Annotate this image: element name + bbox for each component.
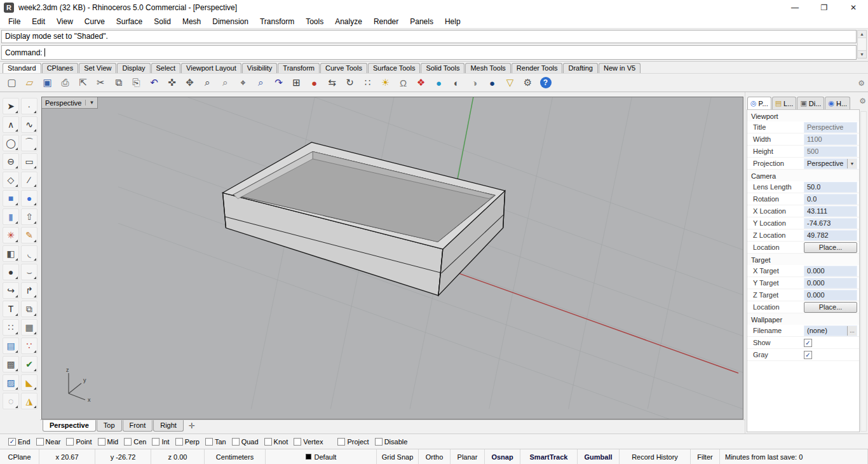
osnap-point[interactable]: Point bbox=[66, 438, 92, 446]
polar-array-tool-icon[interactable]: ✳ bbox=[3, 227, 19, 243]
paste-icon[interactable]: ⎘ bbox=[128, 75, 144, 91]
prop-value-lens-length[interactable]: 50.0 bbox=[804, 182, 857, 193]
cen-checkbox[interactable] bbox=[124, 438, 132, 446]
move-icon[interactable]: ✥ bbox=[182, 75, 198, 91]
perspective-viewport[interactable]: Perspective ▼ bbox=[41, 97, 743, 420]
status-planar[interactable]: Planar bbox=[451, 449, 485, 464]
toolbar-tab-solid-tools[interactable]: Solid Tools bbox=[421, 63, 465, 73]
toolbar-tab-visibility[interactable]: Visibility bbox=[242, 63, 278, 73]
text-tool-icon[interactable]: T bbox=[3, 301, 19, 317]
prop-value-x-target[interactable]: 0.000 bbox=[804, 266, 857, 276]
status-default[interactable]: Default bbox=[266, 449, 377, 464]
prop-value-z-location[interactable]: 49.782 bbox=[804, 230, 857, 241]
boolean-tool-icon[interactable]: ◧ bbox=[3, 245, 19, 262]
osnap-vertex[interactable]: Vertex bbox=[294, 438, 323, 446]
toolbar-tab-set-view[interactable]: Set View bbox=[79, 63, 116, 73]
single-point-tool-icon[interactable]: ∙ bbox=[21, 98, 37, 114]
lights-icon[interactable]: ☀ bbox=[377, 75, 393, 91]
panel-tab-display[interactable]: ▣Di... bbox=[797, 97, 824, 109]
polygon-tool-icon[interactable]: ◇ bbox=[3, 172, 19, 188]
cut-icon[interactable]: ✂ bbox=[93, 75, 109, 91]
viewport-tab-right[interactable]: Right bbox=[153, 420, 184, 432]
status-filter[interactable]: Filter bbox=[691, 449, 720, 464]
prop-value-rotation[interactable]: 0.0 bbox=[804, 194, 857, 205]
toolbar-tab-display[interactable]: Display bbox=[117, 63, 150, 73]
osnap-quad[interactable]: Quad bbox=[232, 438, 259, 446]
knot-checkbox[interactable] bbox=[264, 438, 272, 446]
menu-item-render[interactable]: Render bbox=[368, 16, 404, 27]
status-centimeters[interactable]: Centimeters bbox=[205, 449, 266, 464]
shaded-sphere-tool-icon[interactable]: ● bbox=[3, 264, 19, 280]
export-selected-icon[interactable]: ⇱ bbox=[75, 75, 91, 91]
menu-item-solid[interactable]: Solid bbox=[148, 16, 177, 27]
prop-value-y-target[interactable]: 0.000 bbox=[804, 278, 857, 289]
rectangle-tool-icon[interactable]: ▭ bbox=[21, 153, 37, 170]
polyline-tool-icon[interactable]: ∧ bbox=[3, 116, 19, 133]
zoom-selected-icon[interactable]: ⌕ bbox=[253, 75, 269, 91]
toolbar-tab-drafting[interactable]: Drafting bbox=[563, 63, 598, 73]
pan-view-icon[interactable]: ✜ bbox=[164, 75, 180, 91]
point-cloud-tool-icon[interactable]: ∵ bbox=[21, 338, 37, 354]
layout-tool-icon[interactable]: ▦ bbox=[21, 319, 37, 336]
panel-scrollbar[interactable] bbox=[860, 111, 867, 432]
point-checkbox[interactable] bbox=[66, 438, 74, 446]
ellipse-tool-icon[interactable]: ⊖ bbox=[3, 153, 19, 170]
rotate-view-icon[interactable]: ↻ bbox=[342, 75, 358, 91]
status-smarttrack[interactable]: SmartTrack bbox=[520, 449, 578, 464]
panel-tab-help[interactable]: ◉H... bbox=[825, 97, 850, 109]
cylinder-tool-icon[interactable]: ▮ bbox=[3, 208, 19, 225]
tan-checkbox[interactable] bbox=[205, 438, 213, 446]
arc-tool-icon[interactable]: ⌒ bbox=[21, 135, 37, 151]
prop-value-y-location[interactable]: -74.673 bbox=[804, 218, 857, 229]
close-button[interactable]: ✕ bbox=[839, 0, 868, 15]
pipe-tool-icon[interactable]: ⌣ bbox=[21, 264, 37, 280]
shaded-viewport-icon[interactable]: ◐ bbox=[449, 75, 465, 91]
toolbar-tab-transform[interactable]: Transform bbox=[278, 63, 320, 73]
menu-item-view[interactable]: View bbox=[51, 16, 79, 27]
extrude-tool-icon[interactable]: ⇧ bbox=[21, 208, 37, 225]
lasso-tool-icon[interactable]: ◌ bbox=[3, 393, 19, 409]
show-checkbox[interactable]: ✓ bbox=[804, 339, 812, 347]
command-input[interactable]: Command: bbox=[1, 45, 857, 60]
prop-value-width[interactable]: 1100 bbox=[804, 134, 857, 145]
toolbar-tab-standard[interactable]: Standard bbox=[3, 63, 41, 73]
prop-value-title[interactable]: Perspective bbox=[804, 122, 857, 133]
circle-tool-icon[interactable]: ◯ bbox=[3, 135, 19, 151]
sphere-tool-icon[interactable]: ● bbox=[21, 190, 37, 207]
mid-checkbox[interactable] bbox=[98, 438, 105, 446]
render-icon[interactable]: ❖ bbox=[413, 75, 429, 91]
project-checkbox[interactable] bbox=[337, 438, 345, 446]
osnap-end[interactable]: ✓End bbox=[8, 438, 31, 446]
status-osnap[interactable]: Osnap bbox=[485, 449, 520, 464]
prop-value-height[interactable]: 500 bbox=[804, 146, 857, 157]
fillet-tool-icon[interactable]: ◟ bbox=[21, 245, 37, 262]
panel-gear-icon[interactable]: ⚙ bbox=[859, 97, 866, 106]
array-tool-icon[interactable]: ∷ bbox=[3, 319, 19, 336]
near-checkbox[interactable] bbox=[36, 438, 44, 446]
menu-item-analyze[interactable]: Analyze bbox=[329, 16, 368, 27]
osnap-disable[interactable]: Disable bbox=[375, 438, 408, 446]
command-history[interactable]: Display mode set to "Shaded". bbox=[1, 30, 857, 43]
viewport-tab-top[interactable]: Top bbox=[97, 420, 122, 432]
osnap-knot[interactable]: Knot bbox=[264, 438, 288, 446]
rendered-viewport-icon[interactable]: ◑ bbox=[466, 75, 482, 91]
scroll-down-icon[interactable]: ▼ bbox=[858, 50, 866, 58]
projection-dropdown-button[interactable]: ▼ bbox=[847, 159, 857, 168]
panel-tab-properties[interactable]: ◎P... bbox=[747, 97, 771, 109]
disable-checkbox[interactable] bbox=[375, 438, 383, 446]
toolbar-tab-mesh-tools[interactable]: Mesh Tools bbox=[465, 63, 510, 73]
options-icon[interactable]: ⚙ bbox=[520, 75, 536, 91]
menu-item-tools[interactable]: Tools bbox=[300, 16, 329, 27]
point-check-tool-icon[interactable]: ✔ bbox=[21, 356, 37, 372]
toolbar-tab-render-tools[interactable]: Render Tools bbox=[512, 63, 563, 73]
sketch-tool-icon[interactable]: ✎ bbox=[21, 227, 37, 243]
new-file-icon[interactable]: ▢ bbox=[4, 75, 20, 91]
location-place-button[interactable]: Place... bbox=[804, 242, 857, 253]
copy-clipboard-icon[interactable]: ⧉ bbox=[111, 75, 126, 91]
command-scrollbar[interactable]: ▲ ▼ bbox=[857, 30, 867, 58]
prop-value-filename[interactable]: (none)... bbox=[804, 325, 857, 336]
zoom-dynamic-icon[interactable]: ⌕ bbox=[217, 75, 233, 91]
osnap-int[interactable]: Int bbox=[152, 438, 169, 446]
mesh-tool-icon[interactable]: ▩ bbox=[3, 356, 19, 372]
zoom-extents-icon[interactable]: ⌖ bbox=[235, 75, 251, 91]
